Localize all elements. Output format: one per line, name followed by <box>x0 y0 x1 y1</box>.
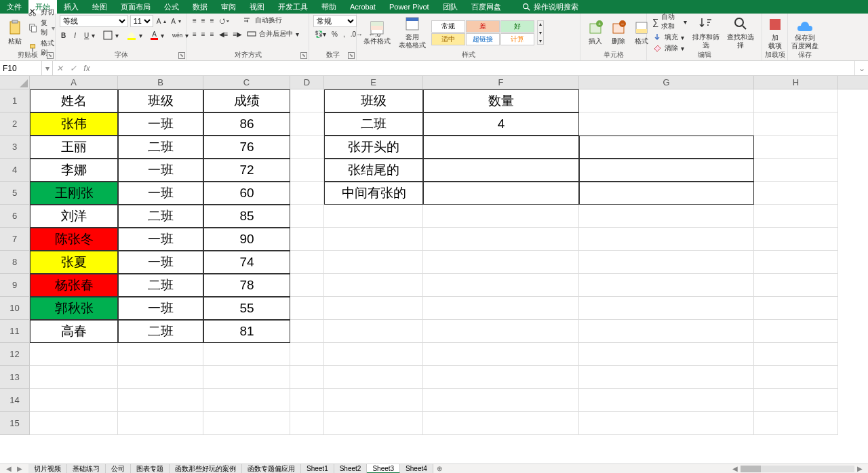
conditional-format-button[interactable]: 条件格式 <box>361 18 393 47</box>
cell-F12[interactable] <box>423 343 579 366</box>
cell-F14[interactable] <box>423 389 579 412</box>
percent-button[interactable]: % <box>330 30 339 39</box>
style-scroll-up[interactable]: ▴ <box>538 21 543 27</box>
wrap-text-button[interactable]: 自动换行 <box>241 15 283 26</box>
cell-E8[interactable] <box>324 251 423 274</box>
fill-button[interactable]: 填充▾ <box>651 32 688 43</box>
sheet-tab-3[interactable]: 图表专题 <box>131 464 170 474</box>
style-cell-1[interactable]: 差 <box>466 20 500 33</box>
ribbon-tab-14[interactable]: 百度网盘 <box>465 0 508 14</box>
cell-A4[interactable]: 李娜 <box>30 159 118 182</box>
cell-D3[interactable] <box>290 136 324 159</box>
table-format-button[interactable]: 套用 表格格式 <box>396 14 429 51</box>
cell-B6[interactable]: 二班 <box>118 205 203 228</box>
row-header-4[interactable]: 4 <box>0 159 29 182</box>
ribbon-tab-3[interactable]: 绘图 <box>85 0 114 14</box>
cell-E4[interactable]: 张结尾的 <box>324 159 423 182</box>
cell-A5[interactable]: 王刚张 <box>30 182 118 205</box>
save-baidu-button[interactable]: 保存到 百度网盘 <box>792 15 818 52</box>
name-box-dropdown[interactable]: ▾ <box>42 61 53 75</box>
search-label[interactable]: 操作说明搜索 <box>534 2 578 12</box>
add-sheet-button[interactable]: ⊕ <box>433 465 446 472</box>
font-launcher[interactable]: ⬊ <box>178 52 185 59</box>
cell-F2[interactable]: 4 <box>423 112 579 136</box>
orientation-button[interactable]: ⭯▾ <box>218 16 231 25</box>
cell-G14[interactable] <box>579 389 754 412</box>
cell-B11[interactable]: 二班 <box>118 320 203 343</box>
cell-D4[interactable] <box>290 159 324 182</box>
cell-D13[interactable] <box>290 366 324 389</box>
cell-C6[interactable]: 85 <box>203 205 290 228</box>
cell-C12[interactable] <box>203 343 290 366</box>
col-header-D[interactable]: D <box>290 76 324 89</box>
sheet-tab-4[interactable]: 函数那些好玩的案例 <box>170 464 242 474</box>
cell-D6[interactable] <box>290 205 324 228</box>
cell-G15[interactable] <box>579 412 754 435</box>
cell-F13[interactable] <box>423 366 579 389</box>
style-gallery[interactable]: 常规差好适中超链接计算 <box>431 20 534 45</box>
border-button[interactable]: ▾ <box>102 30 120 41</box>
cell-B4[interactable]: 一班 <box>118 159 203 182</box>
cell-B15[interactable] <box>118 412 203 435</box>
cell-F5[interactable] <box>423 182 579 205</box>
cell-E11[interactable] <box>324 320 423 343</box>
style-cell-0[interactable]: 常规 <box>431 20 465 33</box>
cell-H4[interactable] <box>754 159 838 182</box>
col-header-B[interactable]: B <box>118 76 203 89</box>
cell-F4[interactable] <box>423 159 579 182</box>
cell-C1[interactable]: 成绩 <box>203 89 290 112</box>
cell-D7[interactable] <box>290 228 324 251</box>
name-box-input[interactable] <box>3 64 39 73</box>
ribbon-tab-12[interactable]: Power Pivot <box>382 0 436 14</box>
fx-button[interactable]: fx <box>80 61 94 75</box>
style-cell-5[interactable]: 计算 <box>500 33 534 45</box>
cell-D10[interactable] <box>290 297 324 320</box>
cell-C14[interactable] <box>203 389 290 412</box>
cell-F6[interactable] <box>423 205 579 228</box>
font-size-select[interactable]: 11 <box>130 15 153 27</box>
cell-G3[interactable] <box>579 136 754 159</box>
ribbon-tab-7[interactable]: 审阅 <box>214 0 243 14</box>
cell-B14[interactable] <box>118 389 203 412</box>
col-header-F[interactable]: F <box>423 76 579 89</box>
row-header-8[interactable]: 8 <box>0 251 29 274</box>
row-header-7[interactable]: 7 <box>0 228 29 251</box>
cell-E5[interactable]: 中间有张的 <box>324 182 423 205</box>
comma-button[interactable]: , <box>342 30 347 39</box>
col-header-E[interactable]: E <box>324 76 423 89</box>
find-select-button[interactable]: 查找和选择 <box>724 14 757 51</box>
sheet-tab-8[interactable]: Sheet3 <box>367 464 400 474</box>
cell-D5[interactable] <box>290 182 324 205</box>
formula-cancel-button[interactable]: ✕ <box>53 61 66 75</box>
cell-B8[interactable]: 一班 <box>118 251 203 274</box>
style-cell-3[interactable]: 适中 <box>431 33 465 45</box>
col-header-H[interactable]: H <box>754 76 838 89</box>
cell-D12[interactable] <box>290 343 324 366</box>
cell-E15[interactable] <box>324 412 423 435</box>
cell-A9[interactable]: 杨张春 <box>30 274 118 297</box>
cell-G2[interactable] <box>579 112 754 136</box>
cell-B13[interactable] <box>118 366 203 389</box>
decrease-font-button[interactable]: A▾ <box>170 17 182 26</box>
autosum-button[interactable]: ∑自动求和▾ <box>651 12 688 32</box>
formula-bar-expand[interactable]: ⌄ <box>854 61 868 75</box>
row-header-14[interactable]: 14 <box>0 389 29 412</box>
sheet-tab-5[interactable]: 函数专题偏应用 <box>242 464 301 474</box>
cell-C13[interactable] <box>203 366 290 389</box>
ribbon-tab-8[interactable]: 视图 <box>243 0 271 14</box>
font-name-select[interactable]: 等线 <box>60 15 128 27</box>
cell-F11[interactable] <box>423 320 579 343</box>
row-header-15[interactable]: 15 <box>0 412 29 435</box>
ribbon-tab-13[interactable]: 团队 <box>436 0 465 14</box>
col-header-G[interactable]: G <box>579 76 754 89</box>
row-header-2[interactable]: 2 <box>0 112 29 136</box>
ribbon-tab-6[interactable]: 数据 <box>186 0 214 14</box>
row-header-10[interactable]: 10 <box>0 297 29 320</box>
style-scroll-down[interactable]: ▾ <box>538 30 543 36</box>
align-right-button[interactable]: ≡ <box>209 30 216 39</box>
cell-F9[interactable] <box>423 274 579 297</box>
align-launcher[interactable]: ⬊ <box>300 52 307 59</box>
sheet-tab-0[interactable]: 切片视频 <box>28 464 67 474</box>
cell-C2[interactable]: 86 <box>203 112 290 136</box>
cell-C15[interactable] <box>203 412 290 435</box>
